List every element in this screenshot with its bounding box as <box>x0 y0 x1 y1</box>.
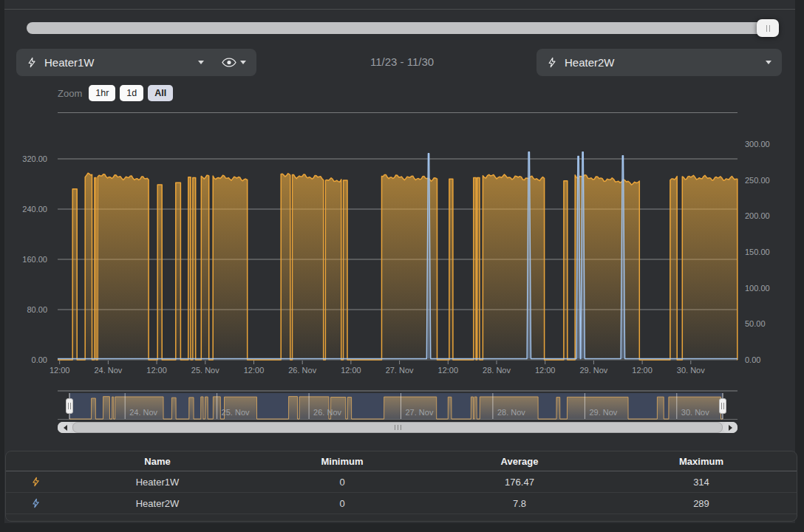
grip-line <box>70 403 71 409</box>
svg-text:100.00: 100.00 <box>745 284 770 293</box>
power-monitor-page: Heater1W 11/23 - 11/30 Heater2W Zoom 1hr… <box>0 0 804 532</box>
row-avg: 7.8 <box>435 498 604 509</box>
svg-text:12:00: 12:00 <box>146 366 167 375</box>
svg-text:0.00: 0.00 <box>745 355 760 364</box>
svg-text:27. Nov: 27. Nov <box>386 366 414 375</box>
stats-table: Name Minimum Average Maximum Heater1W 0 … <box>5 451 797 522</box>
svg-text:24. Nov: 24. Nov <box>129 408 157 417</box>
svg-text:25. Nov: 25. Nov <box>222 408 250 417</box>
svg-text:29. Nov: 29. Nov <box>589 408 617 417</box>
grip-line <box>723 403 724 409</box>
lightning-bolt-icon <box>31 497 41 509</box>
row-max: 289 <box>604 498 797 509</box>
grip-line <box>398 425 398 430</box>
svg-text:28. Nov: 28. Nov <box>497 408 525 417</box>
grip-line <box>769 25 770 32</box>
arrow-left-icon <box>64 425 67 431</box>
lightning-bolt-icon <box>31 476 41 488</box>
svg-text:0.00: 0.00 <box>32 355 47 364</box>
zoom-all-button[interactable]: All <box>148 85 173 101</box>
svg-text:25. Nov: 25. Nov <box>191 366 219 375</box>
header-average: Average <box>435 456 604 467</box>
sensor-right-label: Heater2W <box>565 56 615 69</box>
header-name: Name <box>65 456 250 467</box>
navigator-handle-right[interactable] <box>719 398 726 414</box>
svg-text:29. Nov: 29. Nov <box>579 366 607 375</box>
svg-text:240.00: 240.00 <box>22 205 47 214</box>
svg-text:12:00: 12:00 <box>438 366 459 375</box>
svg-text:26. Nov: 26. Nov <box>313 408 341 417</box>
svg-text:12:00: 12:00 <box>632 366 653 375</box>
row-name: Heater2W <box>65 498 250 509</box>
grip-line <box>401 425 401 430</box>
table-header-row: Name Minimum Average Maximum <box>6 451 797 471</box>
table-row-heater2w: Heater2W 0 7.8 289 <box>6 493 797 514</box>
table-row-heater1w: Heater1W 0 176.47 314 <box>6 471 797 493</box>
svg-text:12:00: 12:00 <box>50 366 70 375</box>
sensor-right-dropdown[interactable]: Heater2W <box>536 49 782 76</box>
svg-text:320.00: 320.00 <box>22 154 47 163</box>
grip-line <box>766 25 767 32</box>
row-min: 0 <box>250 477 435 488</box>
svg-text:27. Nov: 27. Nov <box>406 408 434 417</box>
svg-text:24. Nov: 24. Nov <box>94 366 122 375</box>
grip-line <box>68 403 69 409</box>
svg-text:80.00: 80.00 <box>27 305 47 314</box>
top-scrollbar-handle[interactable] <box>757 19 779 37</box>
scroll-left-button[interactable] <box>58 422 72 433</box>
scrollbar-thumb[interactable] <box>72 422 723 433</box>
zoom-1d-button[interactable]: 1d <box>120 85 143 101</box>
svg-text:26. Nov: 26. Nov <box>288 366 316 375</box>
svg-text:200.00: 200.00 <box>745 211 770 220</box>
zoom-label: Zoom <box>58 88 82 99</box>
chart-scrollbar[interactable] <box>58 422 737 433</box>
grip-line <box>721 403 722 409</box>
row-max: 314 <box>604 477 797 488</box>
svg-text:250.00: 250.00 <box>745 176 770 185</box>
navigator-handle-left[interactable] <box>66 398 73 414</box>
svg-text:160.00: 160.00 <box>22 255 47 264</box>
top-scrollbar[interactable] <box>27 22 777 34</box>
header-maximum: Maximum <box>604 456 797 467</box>
zoom-1hr-button[interactable]: 1hr <box>89 85 115 101</box>
svg-text:150.00: 150.00 <box>745 248 770 256</box>
svg-text:12:00: 12:00 <box>535 366 556 375</box>
top-divider <box>4 9 795 10</box>
arrow-right-icon <box>729 425 732 431</box>
lightning-bolt-icon <box>547 56 557 69</box>
svg-text:30. Nov: 30. Nov <box>677 366 705 375</box>
header-minimum: Minimum <box>250 456 435 467</box>
icon-cell <box>6 497 65 509</box>
svg-text:12:00: 12:00 <box>244 366 265 375</box>
row-name: Heater1W <box>65 477 250 488</box>
svg-text:12:00: 12:00 <box>341 366 361 375</box>
svg-text:30. Nov: 30. Nov <box>681 408 709 417</box>
svg-text:300.00: 300.00 <box>745 140 770 149</box>
row-min: 0 <box>250 498 435 509</box>
navigator[interactable]: 24. Nov25. Nov26. Nov27. Nov28. Nov29. N… <box>58 390 737 421</box>
svg-text:28. Nov: 28. Nov <box>483 366 511 375</box>
grip-line <box>395 425 395 430</box>
zoom-controls: Zoom 1hr 1d All <box>58 85 177 101</box>
main-chart[interactable]: 0.0080.00160.00240.00320.000.0050.00100.… <box>0 111 804 381</box>
icon-cell <box>6 476 65 488</box>
svg-text:50.00: 50.00 <box>745 319 766 328</box>
scroll-right-button[interactable] <box>723 422 737 433</box>
chevron-down-icon <box>766 61 771 64</box>
row-avg: 176.47 <box>435 477 604 488</box>
